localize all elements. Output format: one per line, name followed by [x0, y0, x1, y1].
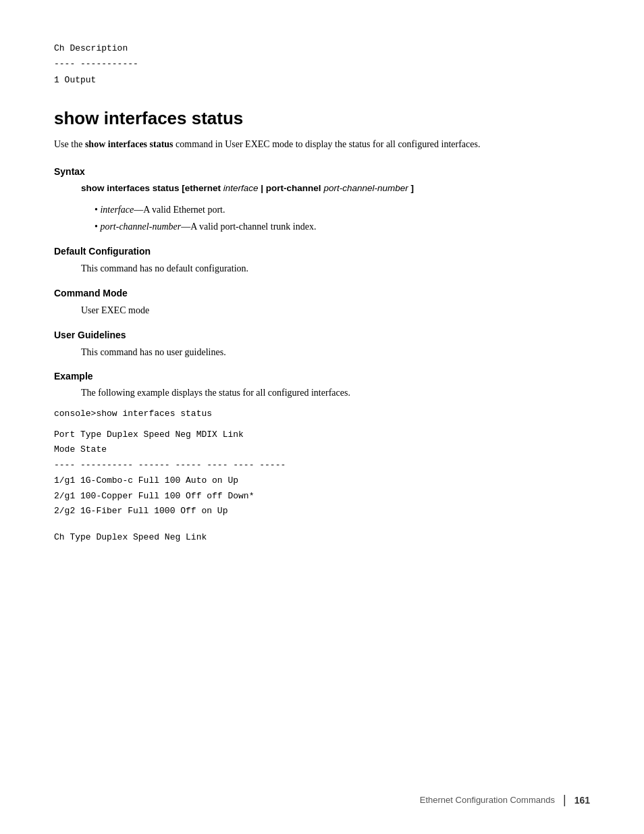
footer-page: 161 — [574, 795, 590, 806]
syntax-bullets: interface—A valid Ethernet port. port-ch… — [95, 202, 590, 236]
command-mode-label: Command Mode — [54, 288, 590, 298]
syntax-cmd-bold: show interfaces status [ethernet — [81, 183, 223, 193]
bullet-2-italic: port-channel-number — [100, 221, 181, 232]
user-guidelines-content: This command has no user guidelines. — [81, 344, 590, 361]
desc-suffix: command in User EXEC mode to display the… — [173, 139, 481, 149]
syntax-cmd-bold3: ] — [408, 183, 414, 193]
bullet-1: interface—A valid Ethernet port. — [95, 202, 590, 218]
syntax-content: show interfaces status [ethernet interfa… — [81, 181, 590, 236]
footer-divider: | — [563, 793, 566, 807]
table-row-1: 1/g1 1G-Combo-c Full 100 Auto on Up — [54, 473, 590, 489]
command-mode-text: User EXEC mode — [81, 305, 149, 315]
footer-title: Ethernet Configuration Commands — [420, 795, 555, 805]
footer: Ethernet Configuration Commands | 161 — [420, 793, 590, 807]
table-row-3: 2/g2 1G-Fiber Full 1000 Off on Up — [54, 504, 590, 519]
table-separator: ---- ---------- ------ ----- ---- ---- -… — [54, 458, 590, 473]
default-config-text: This command has no default configuratio… — [81, 263, 248, 273]
desc-command: show interfaces status — [85, 139, 173, 149]
section-description: Use the show interfaces status command i… — [54, 137, 590, 152]
user-guidelines-text: This command has no user guidelines. — [81, 347, 226, 357]
pre-line-2: ---- ----------- — [54, 56, 590, 72]
bullet-2-text: —A valid port-channel trunk index. — [181, 221, 316, 232]
syntax-cmd-bold2: | port-channel — [259, 183, 321, 193]
default-config-label: Default Configuration — [54, 246, 590, 257]
command-mode-content: User EXEC mode — [81, 303, 590, 319]
pre-section: Ch Description ---- ----------- 1 Output — [54, 41, 590, 88]
bullet-1-text: —A valid Ethernet port. — [134, 205, 225, 215]
bullet-2: port-channel-number—A valid port-channel… — [95, 219, 590, 235]
table-row-2: 2/g1 100-Copper Full 100 Off off Down* — [54, 489, 590, 504]
example-code-block: console>show interfaces status Port Type… — [54, 407, 590, 546]
syntax-cmd-italic2: port-channel-number — [321, 183, 408, 193]
syntax-label: Syntax — [54, 166, 590, 177]
command-line: console>show interfaces status — [54, 407, 590, 422]
page-title: show interfaces status — [54, 108, 590, 129]
syntax-cmd-italic: interface — [223, 183, 259, 193]
pre-line-3: 1 Output — [54, 72, 590, 88]
pre-line-1: Ch Description — [54, 41, 590, 56]
example-description: The following example displays the statu… — [81, 386, 590, 400]
user-guidelines-label: User Guidelines — [54, 330, 590, 340]
desc-prefix: Use the — [54, 139, 85, 149]
example-label: Example — [54, 371, 590, 382]
ch-line: Ch Type Duplex Speed Neg Link — [54, 530, 590, 546]
syntax-line: show interfaces status [ethernet interfa… — [81, 181, 590, 197]
bullet-1-italic: interface — [100, 205, 134, 215]
default-config-content: This command has no default configuratio… — [81, 261, 590, 277]
table-header-2: Mode State — [54, 442, 590, 458]
table-header-1: Port Type Duplex Speed Neg MDIX Link — [54, 427, 590, 443]
